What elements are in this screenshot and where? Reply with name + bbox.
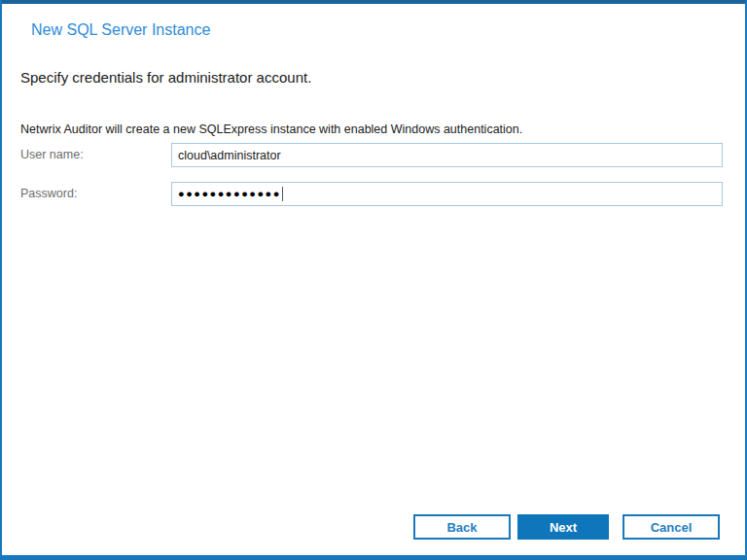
next-button[interactable]: Next bbox=[517, 514, 609, 540]
step-heading: Specify credentials for administrator ac… bbox=[20, 69, 311, 86]
window-top-border bbox=[2, 0, 745, 4]
window-bottom-border bbox=[2, 555, 745, 560]
username-label: User name: bbox=[20, 148, 84, 161]
password-masked-value: ●●●●●●●●●●●●● bbox=[178, 189, 281, 199]
text-caret bbox=[282, 187, 283, 201]
back-button[interactable]: Back bbox=[413, 514, 511, 540]
step-description: Netwrix Auditor will create a new SQLExp… bbox=[20, 122, 522, 136]
cancel-button[interactable]: Cancel bbox=[622, 514, 720, 540]
password-label: Password: bbox=[20, 187, 77, 200]
password-input[interactable]: ●●●●●●●●●●●●● bbox=[171, 182, 723, 206]
new-sql-server-instance-dialog: New SQL Server Instance Specify credenti… bbox=[0, 0, 747, 560]
page-title: New SQL Server Instance bbox=[31, 21, 210, 39]
username-input[interactable] bbox=[171, 143, 723, 167]
